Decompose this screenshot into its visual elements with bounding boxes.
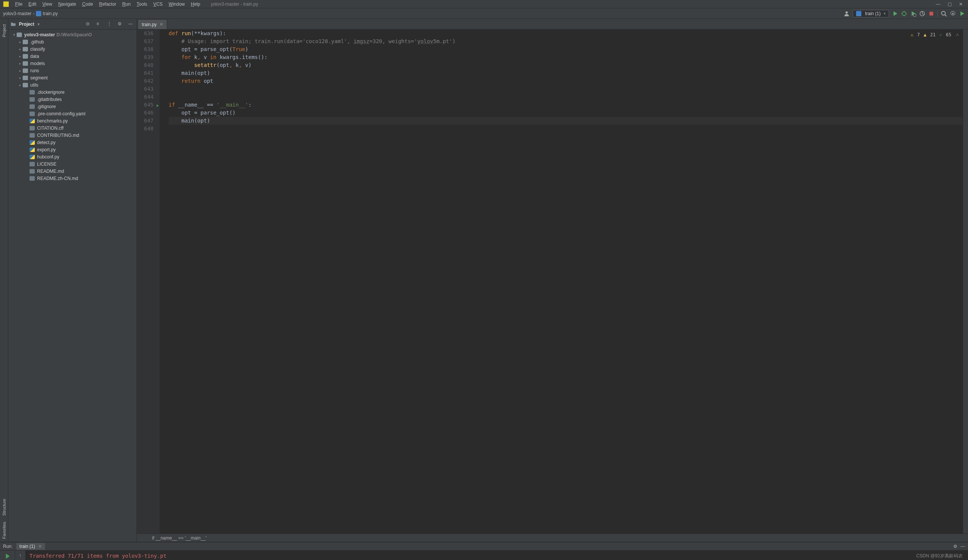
search-button[interactable] [941,11,947,17]
menu-file[interactable]: File [12,2,25,7]
tree-item[interactable]: ▸runs [8,67,136,74]
tree-item[interactable]: export.py [8,146,136,153]
tree-item[interactable]: README.zh-CN.md [8,175,136,182]
tree-item[interactable]: README.md [8,167,136,175]
tree-item[interactable]: hubconf.py [8,153,136,160]
tree-item[interactable]: benchmarks.py [8,117,136,124]
tree-item[interactable]: ▸segment [8,74,136,81]
console-output[interactable]: Transferred 71/71 items from yolov3-tiny… [26,550,968,560]
svg-point-6 [952,13,954,14]
inspection-widget[interactable]: ⚠7 ▲21 ✓65 ㅅ [910,31,960,39]
stop-button[interactable] [928,11,934,17]
svg-point-2 [913,13,916,17]
hide-icon[interactable]: — [960,544,965,549]
close-icon[interactable]: ✕ [38,544,42,549]
tree-item[interactable]: ▸models [8,60,136,67]
side-tab-structure[interactable]: Structure [2,499,7,516]
run-tab[interactable]: train (1) ✕ [16,543,45,550]
typo-count: 65 [946,31,951,39]
menu-vcs[interactable]: VCS [150,2,166,7]
menu-edit[interactable]: Edit [25,2,39,7]
rerun-button[interactable] [4,553,11,560]
menu-help[interactable]: Help [188,2,204,7]
tree-item[interactable]: CONTRIBUTING.md [8,132,136,139]
settings-button[interactable] [950,11,956,17]
menu-bar: FileEditViewNavigateCodeRefactorRunTools… [0,0,968,8]
warning-icon: ⚠ [910,31,913,39]
run-coverage-button[interactable] [910,11,916,17]
run-config-label: train (1) [865,11,881,16]
tree-item[interactable]: ▸utils [8,81,136,88]
menu-run[interactable]: Run [119,2,133,7]
user-icon[interactable] [844,11,850,17]
svg-point-0 [845,12,848,13]
project-panel-label: Project [19,22,35,27]
menu-code[interactable]: Code [79,2,96,7]
weak-warning-count: 21 [930,31,935,39]
svg-point-5 [941,12,945,15]
gear-icon[interactable]: ⚙ [953,544,957,549]
svg-rect-4 [930,12,933,15]
menu-view[interactable]: View [39,2,55,7]
project-panel: Project ▾ ⊖ ≡ ⋮ ⚙ — ▾yolov3-masterD:\Wor… [8,19,137,542]
hammer-icon[interactable] [959,11,965,17]
collapse-icon[interactable]: ⊖ [86,21,92,27]
run-button[interactable] [892,11,898,17]
tree-item[interactable]: LICENSE [8,160,136,167]
tab-label: train.py [142,22,157,27]
debug-button[interactable] [901,11,907,17]
tree-item[interactable]: .gitattributes [8,96,136,103]
tree-item[interactable]: CITATION.cff [8,124,136,132]
divider-icon: ⋮ [107,21,113,27]
menu-window[interactable]: Window [166,2,188,7]
menu-refactor[interactable]: Refactor [96,2,119,7]
tree-item[interactable]: ▾yolov3-masterD:\WorkSpace\O [8,31,136,38]
up-icon[interactable]: ↑ [19,553,22,558]
breadcrumb-file[interactable]: train.py [43,11,58,16]
svg-point-1 [902,12,906,15]
minimize-button[interactable]: — [932,0,944,8]
tree-item[interactable]: ▸data [8,53,136,60]
typo-icon: ✓ [939,31,942,39]
tree-item[interactable]: .pre-commit-config.yaml [8,110,136,117]
editor-tabs: train.py ✕ [137,19,968,30]
folder-icon [11,22,16,27]
watermark: CSDN @92岁高龄码农 [916,553,963,559]
left-tool-strip: Project Structure Favorites [0,19,8,542]
project-toolbar: Project ▾ ⊖ ≡ ⋮ ⚙ — [8,19,136,30]
menu-tools[interactable]: Tools [133,2,150,7]
python-file-icon [36,11,41,16]
tree-item[interactable]: detect.py [8,139,136,146]
hide-icon[interactable]: — [128,21,134,27]
navigation-bar: yolov3-master › train.py train (1) [0,8,968,19]
code-editor[interactable]: 636637638639640641642643644645646647648 … [137,30,968,533]
run-label: Run: [3,544,12,549]
python-file-icon [856,11,861,16]
gear-icon[interactable]: ⚙ [118,21,124,27]
side-tab-favorites[interactable]: Favorites [2,522,7,539]
profile-button[interactable] [919,11,925,17]
window-title: yolov3-master - train.py [211,2,258,7]
run-config-selector[interactable]: train (1) [853,10,889,17]
close-button[interactable]: ✕ [955,0,966,8]
run-tab-label: train (1) [19,544,35,549]
chevron-right-icon: › [33,11,35,16]
editor-breadcrumb[interactable]: if __name__ == '__main__' [137,533,968,542]
tree-item[interactable]: .gitignore [8,103,136,110]
weak-warning-icon: ▲ [924,31,927,39]
breadcrumb-project[interactable]: yolov3-master [3,11,31,16]
app-icon [3,1,9,7]
side-tab-project[interactable]: Project [2,24,7,37]
run-tool-window: Run: train (1) ✕ ⚙ — 🔧 ⊞ ↗ ↑ ↓ ⇄ ⤓ 🖶 🗑 T… [0,542,968,560]
expand-icon[interactable]: ≡ [96,21,103,27]
close-icon[interactable]: ✕ [159,22,163,27]
tree-item[interactable]: .dockerignore [8,88,136,96]
warning-count: 7 [917,31,920,39]
tree-item[interactable]: ▸classify [8,45,136,53]
menu-navigate[interactable]: Navigate [55,2,79,7]
maximize-button[interactable]: ▢ [944,0,955,8]
tab-train-py[interactable]: train.py ✕ [138,19,167,29]
tree-item[interactable]: ▸.github [8,38,136,45]
